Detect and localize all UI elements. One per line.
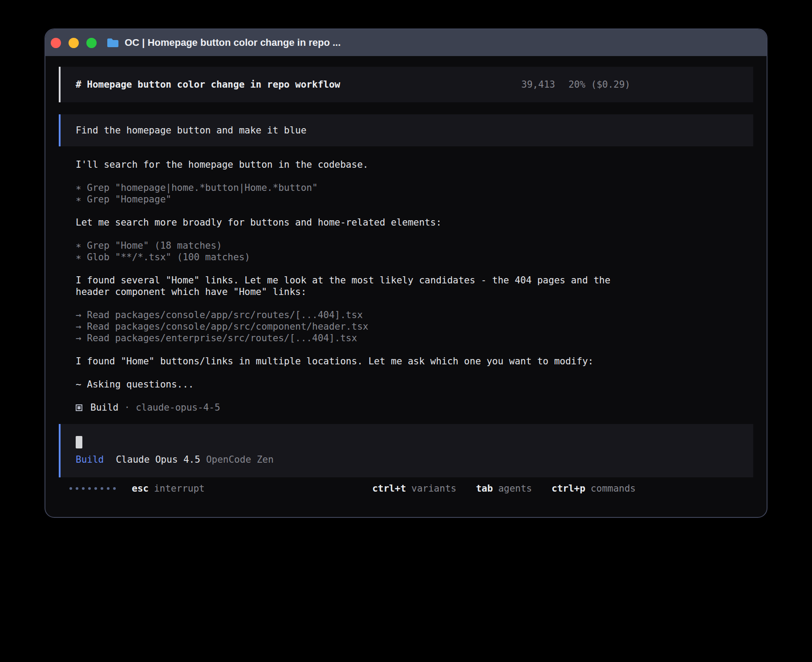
token-count: 39,413 [521,79,555,90]
shortcut-commands: ctrl+pcommands [552,483,636,494]
conversation-transcript: I'll search for the homepage button in t… [76,159,630,413]
session-stats: 39,41320% ($0.29) [521,79,630,90]
close-button[interactable] [51,38,61,48]
minimize-button[interactable] [69,38,79,48]
shortcut-agents: tabagents [476,483,532,494]
session-header: # Homepage button color change in repo w… [59,67,753,102]
input-provider-label: OpenCode Zen [206,454,274,465]
session-title: # Homepage button color change in repo w… [76,79,340,90]
folder-icon [106,38,119,48]
tool-call-group: ∗ Grep "Home" (18 matches) ∗ Glob "**/*.… [76,240,630,263]
agent-icon [76,404,82,411]
agent-name: Build [90,402,118,413]
tool-call-read: → Read packages/console/app/src/routes/[… [76,309,630,321]
maximize-button[interactable] [86,38,97,48]
tool-call-glob: ∗ Glob "**/*.tsx" (100 matches) [76,251,630,263]
traffic-lights [51,38,97,48]
working-status: ~ Asking questions... [76,379,630,390]
terminal-body: # Homepage button color change in repo w… [45,56,767,517]
assistant-message: I'll search for the homepage button in t… [76,159,630,170]
assistant-message: Let me search more broadly for buttons a… [76,217,630,228]
tool-call-read: → Read packages/enterprise/src/routes/[.… [76,332,630,344]
tool-call-grep: ∗ Grep "homepage|home.*button|Home.*butt… [76,182,630,194]
esc-key-label: interrupt [154,483,205,494]
separator-dot: · [124,402,130,413]
input-line[interactable] [76,436,738,448]
tool-call-group: ∗ Grep "homepage|home.*button|Home.*butt… [76,182,630,205]
tool-call-grep: ∗ Grep "Homepage" [76,194,630,205]
assistant-message: I found several "Home" links. Let me loo… [76,274,630,298]
status-bar-left: esc interrupt [69,483,205,494]
assistant-message: I found "Home" buttons/links in multiple… [76,355,630,367]
tool-call-read: → Read packages/console/app/src/componen… [76,321,630,332]
window-title: OC | Homepage button color change in rep… [125,37,341,48]
status-bar-shortcuts: ctrl+tvariants tabagents ctrl+pcommands [372,483,636,494]
spinner-dots-icon [69,487,116,490]
status-bar: esc interrupt ctrl+tvariants tabagents c… [69,483,636,494]
esc-key-hint: esc [132,483,149,494]
prompt-input-area[interactable]: BuildClaude Opus 4.5OpenCode Zen [59,424,753,477]
window-titlebar: OC | Homepage button color change in rep… [45,29,767,56]
context-usage: 20% ($0.29) [568,79,630,90]
terminal-window: OC | Homepage button color change in rep… [45,28,767,518]
input-agent-label[interactable]: Build [76,454,104,465]
text-cursor [76,436,82,448]
agent-status-line: Build · claude-opus-4-5 [76,402,630,413]
agent-model: claude-opus-4-5 [136,402,220,413]
user-message-text: Find the homepage button and make it blu… [76,125,306,136]
tool-call-group: → Read packages/console/app/src/routes/[… [76,309,630,344]
input-model-label[interactable]: Claude Opus 4.5 [116,454,200,465]
user-message: Find the homepage button and make it blu… [59,114,753,146]
shortcut-variants: ctrl+tvariants [372,483,456,494]
input-status-bar: BuildClaude Opus 4.5OpenCode Zen [76,454,738,465]
tool-call-grep: ∗ Grep "Home" (18 matches) [76,240,630,251]
